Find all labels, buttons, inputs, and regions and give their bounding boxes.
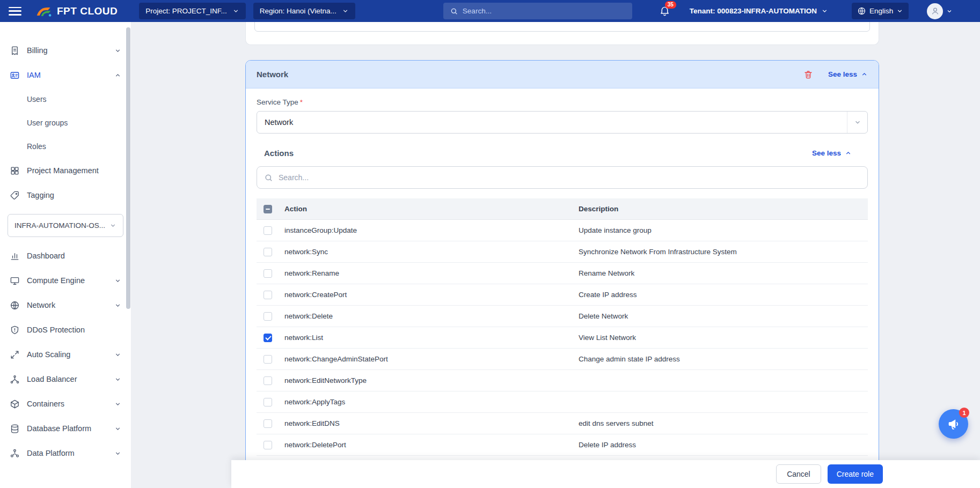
sidebar-item-auto-scaling[interactable]: Auto Scaling — [0, 342, 131, 367]
user-menu[interactable] — [927, 3, 953, 19]
sidebar-item-tagging[interactable]: Tagging — [0, 183, 131, 208]
chevron-down-icon — [232, 8, 239, 14]
sidebar-scrollbar[interactable] — [126, 27, 130, 309]
sidebar-item-containers[interactable]: Containers — [0, 391, 131, 416]
delete-section-button[interactable] — [803, 70, 813, 79]
global-search[interactable] — [443, 3, 632, 19]
service-type-label: Service Type* — [257, 98, 868, 106]
sidebar-item-ddos-protection[interactable]: DDoS Protection — [0, 317, 131, 342]
cancel-button[interactable]: Cancel — [776, 464, 821, 484]
row-checkbox[interactable] — [264, 441, 272, 449]
table-body: instanceGroup:UpdateUpdate instance grou… — [257, 220, 868, 456]
tenant-selector[interactable]: Tenant: 000823-INFRA-AUTOMATION — [690, 7, 828, 15]
sidebar-item-data-platform[interactable]: Data Platform — [0, 441, 131, 465]
sidebar-item-project-management[interactable]: Project Management — [0, 158, 131, 183]
table-row[interactable]: instanceGroup:UpdateUpdate instance grou… — [257, 220, 868, 241]
row-checkbox[interactable] — [264, 419, 272, 428]
sidebar-item-billing[interactable]: Billing — [0, 38, 131, 63]
chevron-down-icon — [114, 277, 121, 284]
global-search-input[interactable] — [463, 7, 626, 15]
table-row[interactable]: network:SyncSynchronize Network From Inf… — [257, 241, 868, 263]
notifications-button[interactable]: 35 — [659, 5, 670, 18]
iam-icon — [10, 70, 20, 80]
announcements-fab[interactable]: 1 — [939, 409, 968, 439]
chevron-down-icon — [854, 119, 861, 126]
sidebar-primary-nav: BillingIAMUsersUser groupsRolesProject M… — [0, 22, 131, 208]
workspace-select[interactable]: INFRA-AUTOMATION-OS... — [8, 214, 123, 237]
table-row[interactable]: network:ApplyTags — [257, 391, 868, 413]
table-row[interactable]: network:ChangeAdminStatePortChange admin… — [257, 349, 868, 370]
table-row[interactable]: network:DeletePortDelete IP address — [257, 434, 868, 456]
chevron-down-icon — [109, 222, 116, 229]
action-cell: network:DeletePort — [284, 441, 579, 449]
column-header-action: Action — [284, 205, 579, 213]
sidebar-item-label: DDoS Protection — [27, 326, 121, 334]
sidebar-item-compute-engine[interactable]: Compute Engine — [0, 268, 131, 293]
table-row[interactable]: network:RenameRename Network — [257, 263, 868, 284]
row-checkbox[interactable] — [264, 291, 272, 299]
sidebar-item-label: Load Balancer — [27, 375, 107, 383]
sidebar-item-users[interactable]: Users — [0, 87, 131, 111]
sidebar-item-iam[interactable]: IAM — [0, 63, 131, 87]
required-mark: * — [300, 98, 303, 106]
sidebar-item-roles[interactable]: Roles — [0, 135, 131, 158]
description-cell: Synchronize Network From Infrastructure … — [579, 248, 868, 256]
network-see-less-button[interactable]: See less — [828, 70, 868, 78]
row-checkbox[interactable] — [264, 376, 272, 385]
table-row[interactable]: network:DeleteDelete Network — [257, 306, 868, 327]
project-selector-label: Project: PROJECT_INF... — [145, 7, 227, 15]
sidebar-item-network[interactable]: Network — [0, 293, 131, 317]
chevron-down-icon — [114, 351, 121, 358]
search-icon — [264, 173, 273, 182]
actions-see-less-button[interactable]: See less — [812, 149, 852, 157]
description-cell: Delete IP address — [579, 441, 868, 449]
sidebar-item-label: Auto Scaling — [27, 350, 107, 359]
sidebar-item-user-groups[interactable]: User groups — [0, 111, 131, 135]
action-cell: network:Sync — [284, 248, 579, 256]
search-icon — [450, 7, 458, 16]
row-checkbox[interactable] — [264, 398, 272, 406]
sidebar-item-dashboard[interactable]: Dashboard — [0, 243, 131, 268]
language-selector[interactable]: English — [852, 3, 909, 19]
row-checkbox[interactable] — [264, 312, 272, 321]
menu-icon[interactable] — [9, 6, 23, 17]
action-cell: network:Delete — [284, 312, 579, 320]
chevron-down-icon — [896, 8, 903, 14]
row-checkbox[interactable] — [264, 334, 272, 342]
chevron-down-icon — [114, 450, 121, 457]
select-all-checkbox[interactable] — [264, 205, 272, 213]
row-checkbox[interactable] — [264, 269, 272, 278]
create-role-button[interactable]: Create role — [828, 464, 883, 484]
action-cell: network:ApplyTags — [284, 398, 579, 406]
service-type-select[interactable]: Network — [257, 111, 868, 134]
sidebar-item-database-platform[interactable]: Database Platform — [0, 416, 131, 441]
network-icon — [10, 300, 20, 310]
table-row[interactable]: network:EditDNSedit dns servers subnet — [257, 413, 868, 434]
table-row[interactable]: network:CreatePortCreate IP address — [257, 284, 868, 306]
description-cell: Update instance group — [579, 226, 868, 234]
form-footer: Cancel Create role — [231, 460, 980, 488]
project-selector[interactable]: Project: PROJECT_INF... — [139, 3, 246, 19]
actions-search[interactable] — [257, 166, 868, 189]
chevron-down-icon — [342, 8, 349, 14]
avatar — [927, 3, 943, 19]
row-checkbox[interactable] — [264, 226, 272, 235]
select-addon — [847, 112, 867, 133]
ddos-icon — [10, 325, 20, 335]
database-icon — [10, 424, 20, 434]
previous-section-input[interactable] — [254, 22, 870, 32]
row-checkbox[interactable] — [264, 248, 272, 256]
actions-search-input[interactable] — [279, 173, 867, 182]
row-checkbox[interactable] — [264, 355, 272, 364]
sidebar-item-label: Dashboard — [27, 252, 121, 260]
network-section-card: Network See less Service Type* — [245, 60, 879, 460]
chevron-up-icon — [845, 150, 852, 157]
region-selector[interactable]: Region: Hanoi (Vietna... — [253, 3, 355, 19]
table-row[interactable]: network:EditNetworkType — [257, 370, 868, 391]
description-cell: Rename Network — [579, 269, 868, 277]
table-row[interactable]: network:ListView List Network — [257, 327, 868, 349]
action-cell: network:Rename — [284, 269, 579, 277]
sidebar-item-label: Database Platform — [27, 424, 107, 433]
service-type-label-text: Service Type — [257, 98, 298, 106]
sidebar-item-load-balancer[interactable]: Load Balancer — [0, 367, 131, 391]
